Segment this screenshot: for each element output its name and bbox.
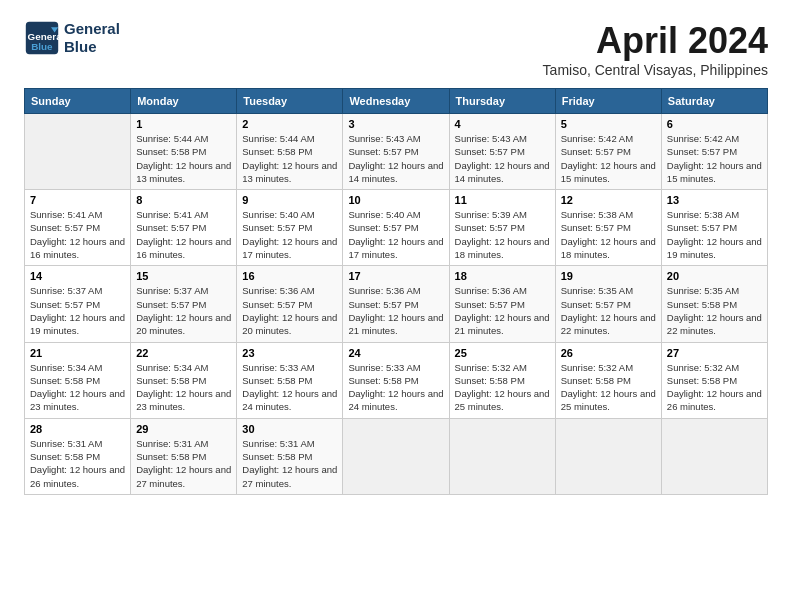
day-info: Sunrise: 5:36 AMSunset: 5:57 PMDaylight:… (348, 284, 443, 337)
day-cell (661, 418, 767, 494)
day-cell: 27Sunrise: 5:32 AMSunset: 5:58 PMDayligh… (661, 342, 767, 418)
day-cell: 24Sunrise: 5:33 AMSunset: 5:58 PMDayligh… (343, 342, 449, 418)
day-info: Sunrise: 5:39 AMSunset: 5:57 PMDaylight:… (455, 208, 550, 261)
weekday-header-row: SundayMondayTuesdayWednesdayThursdayFrid… (25, 89, 768, 114)
day-info: Sunrise: 5:44 AMSunset: 5:58 PMDaylight:… (136, 132, 231, 185)
weekday-header-monday: Monday (131, 89, 237, 114)
day-cell: 4Sunrise: 5:43 AMSunset: 5:57 PMDaylight… (449, 114, 555, 190)
day-number: 3 (348, 118, 443, 130)
day-cell: 9Sunrise: 5:40 AMSunset: 5:57 PMDaylight… (237, 190, 343, 266)
location-subtitle: Tamiso, Central Visayas, Philippines (543, 62, 768, 78)
day-cell: 16Sunrise: 5:36 AMSunset: 5:57 PMDayligh… (237, 266, 343, 342)
day-cell (555, 418, 661, 494)
calendar-table: SundayMondayTuesdayWednesdayThursdayFrid… (24, 88, 768, 495)
day-info: Sunrise: 5:31 AMSunset: 5:58 PMDaylight:… (30, 437, 125, 490)
day-info: Sunrise: 5:42 AMSunset: 5:57 PMDaylight:… (561, 132, 656, 185)
week-row-1: 1Sunrise: 5:44 AMSunset: 5:58 PMDaylight… (25, 114, 768, 190)
day-cell: 29Sunrise: 5:31 AMSunset: 5:58 PMDayligh… (131, 418, 237, 494)
title-block: April 2024 Tamiso, Central Visayas, Phil… (543, 20, 768, 78)
day-info: Sunrise: 5:34 AMSunset: 5:58 PMDaylight:… (136, 361, 231, 414)
day-info: Sunrise: 5:40 AMSunset: 5:57 PMDaylight:… (348, 208, 443, 261)
day-info: Sunrise: 5:43 AMSunset: 5:57 PMDaylight:… (348, 132, 443, 185)
logo-text: General Blue (64, 20, 120, 56)
day-number: 24 (348, 347, 443, 359)
week-row-5: 28Sunrise: 5:31 AMSunset: 5:58 PMDayligh… (25, 418, 768, 494)
day-info: Sunrise: 5:35 AMSunset: 5:57 PMDaylight:… (561, 284, 656, 337)
day-number: 9 (242, 194, 337, 206)
day-cell: 11Sunrise: 5:39 AMSunset: 5:57 PMDayligh… (449, 190, 555, 266)
week-row-4: 21Sunrise: 5:34 AMSunset: 5:58 PMDayligh… (25, 342, 768, 418)
month-title: April 2024 (543, 20, 768, 62)
day-cell: 26Sunrise: 5:32 AMSunset: 5:58 PMDayligh… (555, 342, 661, 418)
day-info: Sunrise: 5:35 AMSunset: 5:58 PMDaylight:… (667, 284, 762, 337)
day-cell: 1Sunrise: 5:44 AMSunset: 5:58 PMDaylight… (131, 114, 237, 190)
day-cell (343, 418, 449, 494)
day-number: 7 (30, 194, 125, 206)
day-info: Sunrise: 5:34 AMSunset: 5:58 PMDaylight:… (30, 361, 125, 414)
day-cell: 20Sunrise: 5:35 AMSunset: 5:58 PMDayligh… (661, 266, 767, 342)
day-cell: 5Sunrise: 5:42 AMSunset: 5:57 PMDaylight… (555, 114, 661, 190)
day-number: 16 (242, 270, 337, 282)
logo: General Blue General Blue (24, 20, 120, 56)
week-row-2: 7Sunrise: 5:41 AMSunset: 5:57 PMDaylight… (25, 190, 768, 266)
day-info: Sunrise: 5:33 AMSunset: 5:58 PMDaylight:… (348, 361, 443, 414)
day-number: 5 (561, 118, 656, 130)
day-cell: 19Sunrise: 5:35 AMSunset: 5:57 PMDayligh… (555, 266, 661, 342)
day-cell (449, 418, 555, 494)
day-cell: 17Sunrise: 5:36 AMSunset: 5:57 PMDayligh… (343, 266, 449, 342)
day-cell: 7Sunrise: 5:41 AMSunset: 5:57 PMDaylight… (25, 190, 131, 266)
day-info: Sunrise: 5:31 AMSunset: 5:58 PMDaylight:… (136, 437, 231, 490)
logo-line2: Blue (64, 38, 120, 56)
day-cell: 10Sunrise: 5:40 AMSunset: 5:57 PMDayligh… (343, 190, 449, 266)
weekday-header-thursday: Thursday (449, 89, 555, 114)
day-number: 11 (455, 194, 550, 206)
day-info: Sunrise: 5:41 AMSunset: 5:57 PMDaylight:… (136, 208, 231, 261)
day-info: Sunrise: 5:42 AMSunset: 5:57 PMDaylight:… (667, 132, 762, 185)
day-cell: 28Sunrise: 5:31 AMSunset: 5:58 PMDayligh… (25, 418, 131, 494)
weekday-header-sunday: Sunday (25, 89, 131, 114)
day-number: 22 (136, 347, 231, 359)
day-number: 4 (455, 118, 550, 130)
header: General Blue General Blue April 2024 Tam… (24, 20, 768, 78)
weekday-header-tuesday: Tuesday (237, 89, 343, 114)
day-cell: 14Sunrise: 5:37 AMSunset: 5:57 PMDayligh… (25, 266, 131, 342)
weekday-header-wednesday: Wednesday (343, 89, 449, 114)
day-info: Sunrise: 5:32 AMSunset: 5:58 PMDaylight:… (667, 361, 762, 414)
day-cell: 12Sunrise: 5:38 AMSunset: 5:57 PMDayligh… (555, 190, 661, 266)
day-number: 19 (561, 270, 656, 282)
day-info: Sunrise: 5:37 AMSunset: 5:57 PMDaylight:… (30, 284, 125, 337)
day-cell: 13Sunrise: 5:38 AMSunset: 5:57 PMDayligh… (661, 190, 767, 266)
day-cell: 25Sunrise: 5:32 AMSunset: 5:58 PMDayligh… (449, 342, 555, 418)
weekday-header-saturday: Saturday (661, 89, 767, 114)
day-cell: 2Sunrise: 5:44 AMSunset: 5:58 PMDaylight… (237, 114, 343, 190)
day-info: Sunrise: 5:32 AMSunset: 5:58 PMDaylight:… (561, 361, 656, 414)
svg-text:Blue: Blue (31, 41, 53, 52)
day-info: Sunrise: 5:33 AMSunset: 5:58 PMDaylight:… (242, 361, 337, 414)
day-number: 17 (348, 270, 443, 282)
day-info: Sunrise: 5:38 AMSunset: 5:57 PMDaylight:… (667, 208, 762, 261)
day-number: 30 (242, 423, 337, 435)
day-cell: 3Sunrise: 5:43 AMSunset: 5:57 PMDaylight… (343, 114, 449, 190)
day-number: 28 (30, 423, 125, 435)
day-number: 23 (242, 347, 337, 359)
day-info: Sunrise: 5:43 AMSunset: 5:57 PMDaylight:… (455, 132, 550, 185)
day-number: 15 (136, 270, 231, 282)
day-number: 12 (561, 194, 656, 206)
logo-line1: General (64, 20, 120, 38)
day-number: 20 (667, 270, 762, 282)
day-cell: 6Sunrise: 5:42 AMSunset: 5:57 PMDaylight… (661, 114, 767, 190)
day-info: Sunrise: 5:40 AMSunset: 5:57 PMDaylight:… (242, 208, 337, 261)
day-info: Sunrise: 5:37 AMSunset: 5:57 PMDaylight:… (136, 284, 231, 337)
day-number: 26 (561, 347, 656, 359)
logo-icon: General Blue (24, 20, 60, 56)
day-number: 10 (348, 194, 443, 206)
day-info: Sunrise: 5:36 AMSunset: 5:57 PMDaylight:… (455, 284, 550, 337)
day-number: 29 (136, 423, 231, 435)
day-number: 14 (30, 270, 125, 282)
day-number: 6 (667, 118, 762, 130)
day-number: 27 (667, 347, 762, 359)
day-number: 13 (667, 194, 762, 206)
week-row-3: 14Sunrise: 5:37 AMSunset: 5:57 PMDayligh… (25, 266, 768, 342)
day-cell (25, 114, 131, 190)
day-cell: 8Sunrise: 5:41 AMSunset: 5:57 PMDaylight… (131, 190, 237, 266)
